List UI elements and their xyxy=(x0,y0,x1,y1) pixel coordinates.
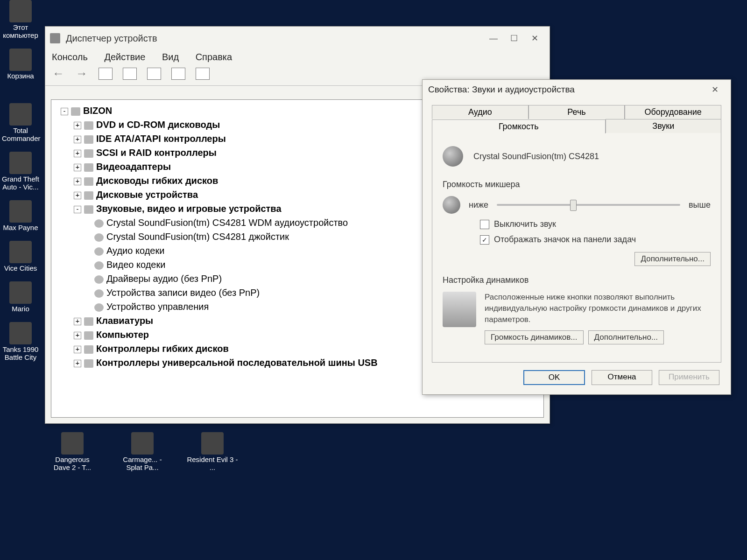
desktop-icon[interactable]: Этот компьютер xyxy=(2,0,39,39)
expand-icon[interactable]: + xyxy=(74,360,81,367)
expand-icon[interactable]: + xyxy=(74,164,81,171)
menu-item[interactable]: Справка xyxy=(196,52,232,63)
speaker-icon xyxy=(443,146,463,167)
menu-item[interactable]: Консоль xyxy=(52,52,88,63)
tab-volume[interactable]: Громкость xyxy=(432,119,606,133)
group-label: Настройка динамиков xyxy=(443,275,711,285)
forward-button[interactable]: → xyxy=(75,66,88,81)
icon-label: Корзина xyxy=(2,72,39,80)
icon-label: Grand Theft Auto - Vic... xyxy=(2,175,39,191)
expand-icon[interactable]: + xyxy=(74,122,81,129)
collapse-icon[interactable]: - xyxy=(61,108,68,115)
icon-label: Этот компьютер xyxy=(2,23,39,39)
advanced-button[interactable]: Дополнительно... xyxy=(634,252,711,266)
maximize-button[interactable]: ☐ xyxy=(504,31,524,45)
toolbar-button[interactable] xyxy=(196,68,210,80)
desktop-icon[interactable]: Tanks 1990 Battle City xyxy=(2,322,39,361)
menu-item[interactable]: Действие xyxy=(104,52,145,63)
ok-button[interactable]: OK xyxy=(523,370,585,385)
device-icon xyxy=(94,261,104,270)
toolbar-button[interactable] xyxy=(123,68,137,80)
icon-label: Max Payne xyxy=(2,224,39,231)
expand-icon[interactable]: + xyxy=(74,318,81,325)
checkbox-icon xyxy=(480,220,489,229)
icon-label: Dangerous Dave 2 - T... xyxy=(47,455,98,471)
mute-checkbox[interactable]: Выключить звук xyxy=(480,219,711,229)
desktop-icon[interactable]: Max Payne xyxy=(2,200,39,231)
expand-icon[interactable]: + xyxy=(74,136,81,143)
close-button[interactable]: ✕ xyxy=(524,31,545,45)
minimize-button[interactable]: — xyxy=(483,31,504,45)
expand-icon[interactable]: + xyxy=(74,178,81,185)
slider-low-label: ниже xyxy=(469,200,488,210)
menu-item[interactable]: Вид xyxy=(162,52,179,63)
toolbar-button[interactable] xyxy=(171,68,185,80)
titlebar[interactable]: Свойства: Звуки и аудиоустройства ✕ xyxy=(423,80,731,99)
expand-icon[interactable]: + xyxy=(74,150,81,157)
device-icon xyxy=(94,219,104,228)
device-category-icon xyxy=(84,359,93,368)
close-button[interactable]: ✕ xyxy=(705,83,725,97)
tab-hardware[interactable]: Оборудование xyxy=(625,105,721,119)
window-title: Диспетчер устройств xyxy=(66,33,157,44)
titlebar[interactable]: Диспетчер устройств — ☐ ✕ xyxy=(45,27,550,50)
expand-icon[interactable]: + xyxy=(74,332,81,339)
speakers-icon xyxy=(443,292,476,327)
computer-icon xyxy=(71,107,80,116)
dialog-title: Свойства: Звуки и аудиоустройства xyxy=(428,84,575,95)
cancel-button[interactable]: Отмена xyxy=(592,370,652,385)
icon-label: Carmage... - Splat Pa... xyxy=(117,455,168,471)
tray-icon-checkbox[interactable]: ✓Отображать значок на панели задач xyxy=(480,235,711,245)
device-icon xyxy=(94,289,104,298)
desktop-icon[interactable]: Dangerous Dave 2 - T... xyxy=(47,432,98,471)
sound-properties-dialog: Свойства: Звуки и аудиоустройства ✕ Ауди… xyxy=(422,79,731,395)
tab-sounds[interactable]: Звуки xyxy=(606,119,721,133)
device-name: Crystal SoundFusion(tm) CS4281 xyxy=(473,152,599,161)
icon-label: Total Commander xyxy=(2,126,39,142)
device-icon xyxy=(94,275,104,284)
expand-icon[interactable]: + xyxy=(74,192,81,199)
slider-thumb[interactable] xyxy=(570,200,577,211)
device-category-icon xyxy=(84,331,93,340)
device-category-icon xyxy=(84,149,93,158)
device-category-icon xyxy=(84,135,93,144)
desktop-icon[interactable]: Total Commander xyxy=(2,103,39,142)
speaker-icon xyxy=(443,196,460,214)
device-category-icon xyxy=(84,345,93,354)
computer-icon xyxy=(50,33,60,43)
group-label: Громкость микшера xyxy=(443,180,711,189)
icon-label: Tanks 1990 Battle City xyxy=(2,345,39,361)
desktop-icon[interactable]: Carmage... - Splat Pa... xyxy=(117,432,168,471)
speaker-advanced-button[interactable]: Дополнительно... xyxy=(588,330,664,344)
back-button[interactable]: ← xyxy=(52,66,65,81)
toolbar-button[interactable] xyxy=(147,68,161,80)
device-category-icon xyxy=(84,317,93,326)
tab-speech[interactable]: Речь xyxy=(529,105,625,119)
expand-icon[interactable]: + xyxy=(74,346,81,353)
volume-slider[interactable] xyxy=(497,204,680,206)
device-category-icon xyxy=(84,205,93,214)
checkbox-icon: ✓ xyxy=(480,235,489,245)
tab-audio[interactable]: Аудио xyxy=(432,105,529,119)
speaker-description: Расположенные ниже кнопки позволяют выпо… xyxy=(485,292,711,325)
device-category-icon xyxy=(84,177,93,186)
expand-icon[interactable]: - xyxy=(74,206,81,213)
apply-button[interactable]: Применить xyxy=(659,370,719,385)
menubar: Консоль Действие Вид Справка xyxy=(45,50,550,63)
desktop-icon[interactable]: Grand Theft Auto - Vic... xyxy=(2,152,39,191)
icon-label: Resident Evil 3 - ... xyxy=(187,455,238,471)
speaker-volume-button[interactable]: Громкость динамиков... xyxy=(485,330,584,344)
device-category-icon xyxy=(84,163,93,172)
icon-label: Vice Cities xyxy=(2,264,39,272)
desktop-icon[interactable]: Vice Cities xyxy=(2,241,39,272)
toolbar-button[interactable] xyxy=(99,68,113,80)
device-category-icon xyxy=(84,121,93,130)
device-icon xyxy=(94,247,104,256)
desktop-icon[interactable]: Mario xyxy=(2,281,39,313)
device-icon xyxy=(94,233,104,242)
desktop-icon[interactable]: Корзина xyxy=(2,49,39,80)
device-icon xyxy=(94,303,104,312)
slider-high-label: выше xyxy=(689,200,711,210)
device-category-icon xyxy=(84,191,93,200)
desktop-icon[interactable]: Resident Evil 3 - ... xyxy=(187,432,238,471)
